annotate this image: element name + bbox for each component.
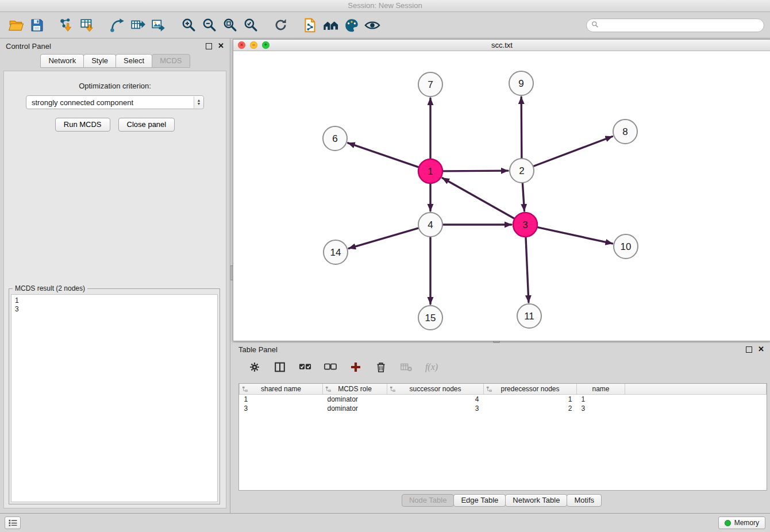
export-table-icon[interactable] bbox=[128, 14, 148, 36]
memory-status-icon bbox=[725, 520, 731, 526]
tab-edge-table[interactable]: Edge Table bbox=[453, 494, 506, 507]
close-table-panel-icon[interactable]: ✕ bbox=[758, 346, 764, 352]
column-header-mcds-role[interactable]: MCDS role bbox=[323, 384, 387, 395]
float-panel-icon[interactable] bbox=[206, 43, 212, 49]
search-icon bbox=[591, 20, 599, 30]
tab-node-table[interactable]: Node Table bbox=[402, 494, 455, 507]
graph-edge-1-6[interactable] bbox=[348, 143, 418, 167]
zoom-selected-icon[interactable] bbox=[240, 14, 261, 36]
graph-edge-4-14[interactable] bbox=[349, 228, 418, 248]
window-title: Session: New Session bbox=[348, 1, 422, 10]
tab-network-table[interactable]: Network Table bbox=[505, 494, 567, 507]
column-header-shared-name[interactable]: shared name bbox=[240, 384, 323, 395]
main-toolbar bbox=[0, 12, 770, 38]
table-header-row: shared name MCDS role successor nodes pr… bbox=[240, 384, 767, 395]
search-input[interactable] bbox=[602, 21, 759, 30]
home-sessions-icon[interactable] bbox=[321, 14, 341, 36]
mcds-result-title: MCDS result (2 nodes) bbox=[13, 284, 87, 292]
minimize-window-icon[interactable]: − bbox=[250, 41, 257, 49]
search-field[interactable] bbox=[586, 18, 764, 32]
graph-node-label-10: 10 bbox=[621, 241, 632, 252]
network-canvas[interactable]: 1234678910111415 bbox=[233, 51, 770, 341]
tab-style[interactable]: Style bbox=[83, 54, 116, 68]
maximize-window-icon[interactable]: + bbox=[262, 41, 270, 49]
cell-shared-name[interactable]: 3 bbox=[240, 404, 323, 413]
mcds-result-line: 3 bbox=[15, 305, 214, 314]
network-file-icon[interactable] bbox=[300, 14, 321, 36]
table-tabs: Node Table Edge Table Network Table Moti… bbox=[233, 494, 770, 507]
graph-edge-3-10[interactable] bbox=[537, 228, 612, 244]
cell-mcds-role[interactable]: dominator bbox=[323, 395, 387, 404]
table-row[interactable]: 3 dominator 3 2 3 bbox=[240, 404, 767, 413]
tab-mcds[interactable]: MCDS bbox=[152, 54, 190, 68]
cell-mcds-role[interactable]: dominator bbox=[323, 404, 387, 413]
memory-button[interactable]: Memory bbox=[718, 516, 765, 529]
graph-edge-2-9[interactable] bbox=[521, 97, 522, 158]
table-toolbar: f(x) bbox=[233, 356, 770, 379]
close-window-icon[interactable]: × bbox=[238, 41, 245, 49]
export-image-icon[interactable] bbox=[148, 14, 169, 36]
open-folder-icon[interactable] bbox=[6, 14, 26, 36]
optimization-criterion-label: Optimization criterion: bbox=[4, 82, 226, 90]
graph-edge-3-1[interactable] bbox=[442, 178, 514, 218]
network-window-titlebar[interactable]: × − + scc.txt bbox=[233, 40, 770, 51]
column-header-successor-nodes[interactable]: successor nodes bbox=[387, 384, 484, 395]
tab-network[interactable]: Network bbox=[40, 54, 84, 68]
close-panel-button[interactable]: Close panel bbox=[118, 118, 175, 132]
zoom-fit-icon[interactable] bbox=[220, 14, 240, 36]
column-header-name[interactable]: name bbox=[577, 384, 625, 395]
memory-label: Memory bbox=[734, 519, 759, 527]
window-titlebar: Session: New Session bbox=[0, 0, 770, 12]
graph-node-label-4: 4 bbox=[428, 219, 433, 230]
graph-node-label-15: 15 bbox=[425, 313, 436, 323]
cell-successor-nodes[interactable]: 4 bbox=[387, 395, 484, 404]
network-tools-icon[interactable] bbox=[107, 14, 128, 36]
refresh-view-icon[interactable] bbox=[270, 14, 291, 36]
show-columns-icon[interactable] bbox=[271, 358, 289, 376]
cell-shared-name[interactable]: 1 bbox=[240, 395, 323, 404]
column-header-filler bbox=[625, 384, 767, 395]
run-mcds-button[interactable]: Run MCDS bbox=[55, 118, 110, 132]
mcds-result-line: 1 bbox=[15, 296, 214, 305]
style-paint-icon[interactable] bbox=[341, 14, 362, 36]
float-table-panel-icon[interactable] bbox=[746, 346, 752, 353]
control-panel-header: Control Panel ✕ bbox=[0, 38, 230, 53]
network-graph[interactable]: 1234678910111415 bbox=[233, 51, 770, 341]
graph-edge-2-3[interactable] bbox=[522, 183, 524, 211]
cell-successor-nodes[interactable]: 3 bbox=[387, 404, 484, 413]
unselect-all-columns-icon[interactable] bbox=[321, 358, 340, 376]
graph-node-label-9: 9 bbox=[518, 78, 523, 89]
tab-select[interactable]: Select bbox=[116, 54, 152, 68]
import-table-icon[interactable] bbox=[77, 14, 98, 36]
table-row[interactable]: 1 dominator 4 1 1 bbox=[240, 395, 767, 404]
zoom-out-icon[interactable] bbox=[199, 14, 220, 36]
close-panel-icon[interactable]: ✕ bbox=[218, 43, 224, 49]
add-column-icon[interactable] bbox=[346, 358, 365, 376]
select-all-columns-icon[interactable] bbox=[296, 358, 314, 376]
show-hide-icon[interactable] bbox=[362, 14, 383, 36]
gear-icon[interactable] bbox=[245, 358, 264, 376]
task-history-icon[interactable] bbox=[5, 516, 21, 529]
graph-edge-1-2[interactable] bbox=[443, 171, 508, 171]
delete-column-icon[interactable] bbox=[372, 358, 390, 376]
mcds-result-list[interactable]: 1 3 bbox=[11, 294, 218, 502]
graph-edge-2-8[interactable] bbox=[534, 136, 613, 166]
graph-edge-3-11[interactable] bbox=[526, 237, 529, 302]
control-panel-title: Control Panel bbox=[6, 42, 206, 51]
graph-node-label-14: 14 bbox=[330, 247, 341, 258]
cell-predecessor-nodes[interactable]: 1 bbox=[484, 395, 577, 404]
graph-node-label-3: 3 bbox=[522, 219, 528, 230]
function-builder-icon: f(x) bbox=[422, 358, 441, 376]
column-header-predecessor-nodes[interactable]: predecessor nodes bbox=[484, 384, 577, 395]
zoom-in-icon[interactable] bbox=[178, 14, 199, 36]
graph-node-label-11: 11 bbox=[524, 311, 534, 322]
cell-name[interactable]: 1 bbox=[577, 395, 625, 404]
cell-predecessor-nodes[interactable]: 2 bbox=[484, 404, 577, 413]
optimization-criterion-select[interactable]: strongly connected component ▲▼ bbox=[26, 95, 204, 109]
tab-motifs[interactable]: Motifs bbox=[567, 494, 602, 507]
save-session-icon[interactable] bbox=[26, 14, 47, 36]
cell-name[interactable]: 3 bbox=[577, 404, 625, 413]
import-network-icon[interactable] bbox=[56, 14, 77, 36]
control-panel-tabs: Network Style Select MCDS bbox=[0, 54, 230, 68]
delete-table-icon bbox=[397, 358, 415, 376]
